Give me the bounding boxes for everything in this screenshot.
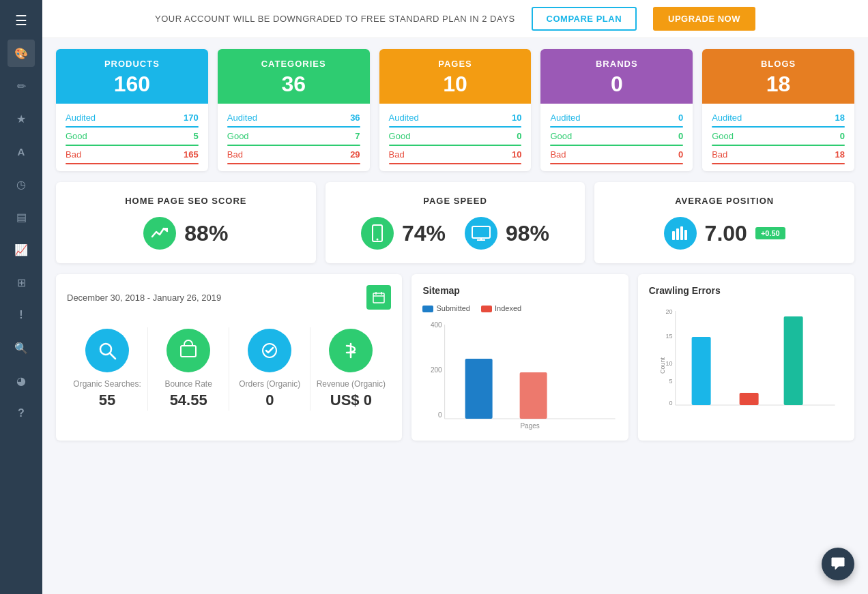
stat-card-pages: PAGES 10 Audited 10 Good 0 Bad (379, 49, 532, 171)
sidebar-item-font[interactable]: A (8, 138, 35, 165)
stat-card-products: PRODUCTS 160 Audited 170 Good 5 Bad (56, 49, 208, 171)
compare-plan-button[interactable]: COMPARE PLAN (532, 7, 637, 31)
sidebar-item-edit[interactable]: ✏ (8, 72, 35, 100)
organic-searches-value: 55 (99, 391, 115, 409)
sidebar-logo[interactable]: ☰ (8, 7, 35, 34)
products-good-label: Good (66, 131, 87, 141)
mobile-speed-icon (361, 217, 394, 250)
upgrade-now-button[interactable]: UPGRADE NOW (653, 7, 755, 31)
brands-audited-value: 0 (678, 113, 683, 123)
blogs-audited-value: 18 (835, 113, 845, 123)
bounce-rate-icon (167, 329, 210, 372)
sidebar-item-dashboard[interactable]: 🎨 (8, 40, 35, 67)
categories-audited-label: Audited (227, 113, 257, 123)
products-audited-label: Audited (66, 113, 96, 123)
revenue-label: Revenue (Organic) (317, 379, 386, 389)
categories-bad-value: 29 (350, 149, 360, 160)
stat-card-blogs: BLOGS 18 Audited 18 Good 0 Bad (702, 49, 854, 171)
orders-block: Orders (Organic) 0 (229, 321, 310, 417)
bottom-row: December 30, 2018 - January 26, 2019 (56, 274, 854, 441)
avg-position-title: AVERAGE POSITION (605, 196, 843, 206)
crawling-errors-title: Crawling Errors (649, 285, 843, 296)
blogs-value: 18 (713, 72, 843, 97)
svg-point-1 (376, 239, 378, 241)
organic-searches-icon (85, 329, 129, 372)
organic-searches-label: Organic Searches: (73, 379, 141, 389)
search-icon: 🔍 (14, 342, 28, 355)
blogs-good-value: 0 (840, 131, 845, 141)
brands-bad-label: Bad (550, 149, 566, 160)
sidebar-item-pie[interactable]: ◕ (8, 367, 35, 394)
products-value: 160 (67, 72, 197, 97)
products-title: PRODUCTS (67, 59, 197, 69)
products-audited-value: 170 (184, 113, 199, 123)
pages-bad-value: 10 (512, 149, 521, 160)
brands-good-value: 0 (678, 131, 683, 141)
pages-bad-label: Bad (389, 149, 405, 160)
orders-label: Orders (Organic) (239, 379, 300, 389)
page-speed-mobile-value: 74% (402, 221, 446, 246)
pages-value: 10 (390, 72, 521, 97)
sidebar-item-clock[interactable]: ◷ (8, 170, 35, 198)
svg-rect-7 (680, 226, 683, 240)
sidebar-item-alert[interactable]: ! (8, 301, 35, 329)
categories-value: 36 (229, 72, 359, 97)
blogs-bad-label: Bad (712, 149, 727, 160)
brands-title: BRANDS (551, 59, 682, 69)
categories-title: CATEGORIES (229, 59, 359, 69)
sidebar-item-list[interactable]: ▤ (8, 203, 35, 231)
products-bad-value: 165 (184, 149, 199, 160)
categories-good-label: Good (227, 131, 249, 141)
chat-button[interactable] (822, 548, 854, 580)
pages-title: PAGES (390, 59, 521, 69)
sidebar-item-chart[interactable]: 📈 (8, 236, 35, 263)
pages-good-label: Good (389, 131, 411, 141)
score-cards-row: HOME PAGE SEO SCORE 88% PAGE SPEED (56, 182, 854, 263)
seo-icon (143, 217, 176, 250)
sidebar-item-help[interactable]: ? (8, 400, 35, 427)
organic-searches-block: Organic Searches: 55 (67, 321, 147, 417)
bounce-rate-label: Bounce Rate (164, 379, 212, 389)
categories-bad-label: Bad (227, 149, 243, 160)
alert-icon: ! (19, 309, 23, 321)
svg-text:10: 10 (665, 360, 672, 367)
blogs-bad-value: 18 (835, 149, 845, 160)
sidebar-item-search[interactable]: 🔍 (8, 334, 35, 361)
score-card-avg-position: AVERAGE POSITION 7.00 +0.50 (594, 182, 854, 263)
svg-text:15: 15 (665, 333, 672, 340)
dashboard-icon: 🎨 (14, 47, 28, 60)
help-icon: ? (18, 407, 25, 419)
bounce-rate-value: 54.55 (170, 391, 207, 409)
sidebar-item-star[interactable]: ★ (8, 105, 35, 132)
svg-rect-22 (465, 359, 493, 419)
top-banner: YOUR ACCOUNT WILL BE DOWNGRADED TO FREE … (42, 0, 868, 38)
sitemap-card: Sitemap Submitted Indexed 400 200 0 (411, 274, 628, 441)
orders-icon (248, 329, 291, 372)
submitted-legend-dot (422, 306, 433, 312)
main-content: YOUR ACCOUNT WILL BE DOWNGRADED TO FREE … (42, 0, 868, 594)
sidebar-item-hierarchy[interactable]: ⊞ (8, 269, 35, 296)
clock-icon: ◷ (16, 178, 26, 191)
indexed-legend-dot (481, 306, 492, 312)
list-icon: ▤ (16, 211, 27, 224)
crawling-errors-chart: 20 15 10 5 0 Count (649, 304, 843, 413)
sitemap-title: Sitemap (422, 285, 617, 296)
svg-rect-33 (691, 337, 710, 405)
edit-icon: ✏ (17, 80, 26, 93)
sidebar: ☰ 🎨 ✏ ★ A ◷ ▤ 📈 ⊞ ! 🔍 ◕ ? (0, 0, 42, 594)
blogs-title: BLOGS (713, 59, 843, 69)
avg-position-badge: +0.50 (755, 227, 785, 239)
svg-rect-23 (520, 372, 547, 419)
svg-rect-5 (672, 231, 675, 240)
svg-line-14 (110, 353, 115, 359)
page-speed-desktop-value: 98% (506, 221, 549, 246)
pages-audited-value: 10 (512, 113, 521, 123)
categories-good-value: 7 (355, 131, 360, 141)
calendar-button[interactable] (366, 285, 391, 310)
hierarchy-icon: ⊞ (17, 276, 26, 289)
brands-bad-value: 0 (678, 149, 683, 160)
analytics-card: December 30, 2018 - January 26, 2019 (56, 274, 402, 441)
sitemap-legend: Submitted Indexed (422, 304, 617, 312)
analytics-date-range: December 30, 2018 - January 26, 2019 (67, 293, 221, 303)
avg-position-value: 7.00 (705, 221, 747, 246)
